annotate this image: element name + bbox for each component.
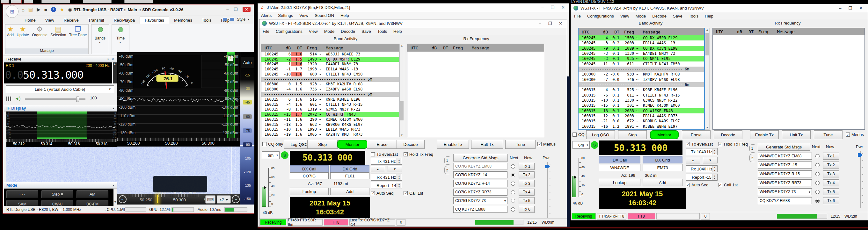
decode-row[interactable]: 160245-30.1935~CQ NK4L EL95 bbox=[579, 56, 704, 61]
tx-now-button[interactable]: Tx 4 bbox=[823, 179, 839, 186]
band-select[interactable]: 6m▾ bbox=[262, 151, 280, 159]
decode-row[interactable]: 160300-2-0.0933~KM3T KA2HTV R+08 bbox=[579, 72, 704, 77]
nav-right-button[interactable]: » bbox=[232, 195, 240, 203]
menu-item-view[interactable]: View bbox=[299, 13, 308, 18]
tx-next-radio[interactable] bbox=[511, 164, 515, 168]
menu-item-save[interactable]: Save bbox=[362, 29, 371, 34]
main-waterfall[interactable]: Freq: 50.285 MHz Span: ±35 kHz bbox=[117, 146, 240, 194]
erase-button[interactable]: Erase bbox=[682, 130, 711, 139]
hold-tx-freq-checkbox[interactable]: ✓Hold Tx Freq bbox=[404, 152, 433, 157]
hold-tx-freq-checkbox[interactable]: ✓Hold Tx Freq bbox=[718, 142, 748, 146]
add-button[interactable]: Add bbox=[643, 179, 682, 186]
band-activity-scrollbar[interactable]: ▲▼ bbox=[399, 44, 404, 137]
zoom-button[interactable]: x2▶ bbox=[217, 195, 231, 203]
combo-arrow-icon[interactable]: ▾ bbox=[504, 199, 506, 203]
tx-next-radio[interactable] bbox=[815, 181, 819, 185]
ribbon-tab-view[interactable]: View bbox=[40, 17, 59, 24]
menu-item-mode[interactable]: Mode bbox=[324, 29, 335, 34]
decode-row[interactable]: 160245-21.51493~CQ DX W5PR EL29 bbox=[261, 57, 399, 62]
menu-item-save[interactable]: Save bbox=[673, 14, 682, 19]
dropdown-icon[interactable]: ▾ bbox=[587, 143, 588, 146]
tx-now-button[interactable]: Tx 5 bbox=[519, 197, 534, 204]
time-dropdown-icon[interactable]: ▾ bbox=[120, 41, 121, 44]
menus-checkbox[interactable]: ✓Menus bbox=[537, 142, 556, 146]
organise-button[interactable]: ⚙Organise bbox=[32, 26, 48, 37]
if-waterfall[interactable] bbox=[6, 147, 117, 182]
decode-button[interactable]: Decode bbox=[714, 130, 742, 139]
monitor-button[interactable]: Monitor bbox=[337, 140, 368, 149]
decode-row[interactable]: 160315-81.61319~G3WCS NN3Y R-22 bbox=[261, 107, 399, 112]
app-logo[interactable]: ⊞ bbox=[6, 5, 19, 18]
menu-item-configurations[interactable]: Configurations bbox=[587, 14, 614, 19]
decode-row[interactable]: 160315-181.5662~KB9RUG K4RS EL97 bbox=[261, 122, 399, 127]
close-button[interactable]: ✕ bbox=[559, 21, 562, 26]
nav-left-button[interactable]: « bbox=[119, 195, 127, 203]
tx-next-radio[interactable] bbox=[511, 190, 515, 194]
decode-row[interactable]: 160315-151.72072~CQ W1FKF FN43 bbox=[261, 112, 399, 117]
ribbon-tab-favourites[interactable]: Favourites bbox=[140, 17, 169, 24]
scroll-thumb[interactable] bbox=[706, 33, 709, 56]
combo-arrow-icon[interactable]: ▾ bbox=[809, 190, 810, 194]
decode-separator[interactable]: ----------------------------------------… bbox=[579, 67, 704, 72]
audio-device-select[interactable]: Line 1 (Virtual Audio Cable)▼ bbox=[6, 86, 114, 93]
menu-item-tools[interactable]: Tools bbox=[377, 29, 387, 34]
msg-tab-2[interactable]: 2 bbox=[444, 166, 450, 174]
tx-offset-spinner[interactable]: Tx 1040 Hz▲▼ bbox=[686, 148, 717, 155]
ribbon-tab-transmit[interactable]: Transmit bbox=[84, 17, 109, 24]
decode-row[interactable]: 16031561.6515~K9RE KB4EE EL96 bbox=[261, 97, 399, 102]
menus-checkbox[interactable]: ✓Menus bbox=[846, 132, 864, 137]
generate-std-msgs-button[interactable]: Generate Std Msgs bbox=[453, 154, 508, 162]
tx-message-field[interactable]: CO7IG KD7YZ R-14 bbox=[453, 180, 507, 187]
tx-message-field[interactable]: CO7IG KD7YZ -14 bbox=[453, 171, 507, 178]
volume-slider[interactable] bbox=[25, 98, 86, 100]
minimize-button[interactable]: – bbox=[226, 7, 228, 12]
if-display-header[interactable]: IF Display▴ bbox=[4, 105, 117, 111]
menu-item-settings[interactable]: Settings bbox=[278, 13, 293, 18]
tx-next-radio[interactable] bbox=[815, 172, 819, 176]
minimize-button[interactable]: – bbox=[539, 21, 541, 26]
band-activity-scrollbar[interactable]: ▲▼ bbox=[705, 28, 710, 130]
decode-row[interactable]: 160245-11.61320~EA4DEI NN3Y 73 bbox=[261, 62, 399, 67]
report-spinner[interactable]: Report -14▲▼ bbox=[371, 182, 402, 189]
decode-row[interactable]: 160245-110.1611~CT1ILT NF4J EM50 bbox=[579, 62, 704, 67]
decode-row[interactable]: 16024561.6514~WB5JJJ KB4EE 73 bbox=[261, 52, 399, 57]
frequency-digits[interactable]: 50.313.000 bbox=[23, 69, 84, 81]
collapse-icon[interactable]: ▴ bbox=[113, 184, 114, 187]
menu-item-help[interactable]: Help bbox=[705, 14, 713, 19]
frequency-display[interactable]: 50.313 000 bbox=[599, 140, 682, 155]
msg-tab-1[interactable]: 1 bbox=[444, 156, 450, 165]
jtalert-title-bar[interactable]: ♫ JTAlert 2.50.1 KD7YZ [6m,FT8,DXK,Filte… bbox=[258, 3, 569, 12]
freq-up-button[interactable]: ▲ bbox=[371, 166, 385, 172]
ribbon-tab-tools[interactable]: Tools bbox=[197, 17, 216, 24]
colorbar-label[interactable]: -105 bbox=[244, 156, 251, 160]
ribbon-tab-home[interactable]: Home bbox=[20, 17, 40, 24]
keyboard-entry-button[interactable]: ⌨ bbox=[205, 195, 216, 203]
msg-tab-1[interactable]: 1 bbox=[749, 144, 754, 153]
ribbon-tab-receive[interactable]: Receive bbox=[59, 17, 84, 24]
rx-offset-spinner[interactable]: Rx 431 Hz▲▼ bbox=[371, 174, 402, 180]
tx-now-button[interactable]: Tx 4 bbox=[519, 189, 534, 196]
stop-button[interactable]: Stop bbox=[618, 130, 647, 139]
menu-item-sound-on[interactable]: Sound ON bbox=[315, 13, 334, 18]
colorbar-label[interactable]: -60 bbox=[243, 114, 252, 119]
menu-item-file[interactable]: File bbox=[574, 14, 581, 19]
enable-tx-button[interactable]: Enable Tx bbox=[437, 140, 469, 149]
decode-button[interactable]: Decode bbox=[397, 140, 425, 149]
call-1st-checkbox[interactable]: ✓Call 1st bbox=[718, 183, 738, 187]
rx-panel-scroll[interactable]: ▲ bbox=[113, 62, 117, 84]
lookup-button[interactable]: Lookup bbox=[290, 188, 329, 195]
tx-even-checkbox[interactable]: ✓Tx even/1st bbox=[686, 142, 713, 146]
tx-message-field[interactable]: CQ KD7YZ EM88 bbox=[758, 197, 812, 204]
decode-row[interactable]: 160315-210.0672~KB9RUG K4RS EL97 bbox=[579, 119, 704, 124]
ribbon-group-bands[interactable]: Bands ▾ bbox=[91, 24, 109, 54]
call-1st-checkbox[interactable]: ✓Call 1st bbox=[404, 191, 423, 196]
decode-row[interactable]: 160315-161.21891~K3BEE W8HW EL97 bbox=[579, 124, 704, 129]
close-button[interactable]: ✕ bbox=[859, 6, 863, 10]
tx-next-radio[interactable] bbox=[815, 199, 819, 203]
decode-row[interactable]: 160300-70.0746~IZ4DPV W4SO EL98 bbox=[579, 77, 704, 82]
scroll-down-icon[interactable]: ▼ bbox=[400, 134, 404, 137]
menu-item-tools[interactable]: Tools bbox=[689, 14, 699, 19]
dx-call-field[interactable]: WN4WDE bbox=[599, 164, 641, 171]
mode-button-am[interactable]: AM bbox=[76, 190, 108, 198]
maximize-button[interactable]: ❐ bbox=[551, 5, 554, 10]
